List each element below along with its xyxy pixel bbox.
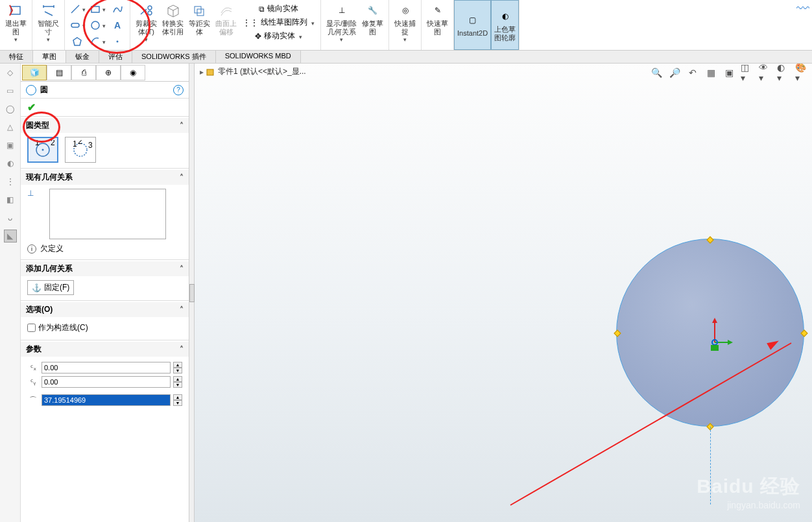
cy-icon: ᶜᵧ [27,377,39,386]
spline-tool[interactable] [108,1,127,17]
feat-ico-6[interactable]: ◐ [4,157,17,170]
crumb-arrow-icon: ▸ [200,67,204,77]
center-circle-option[interactable]: 12 [27,137,58,163]
perimeter-circle-option[interactable]: 123 [65,137,96,163]
arc-tool[interactable] [88,34,107,49]
fix-relation-button[interactable]: ⚓固定(F) [27,280,74,295]
circle-icon [26,85,36,95]
feat-ico-8[interactable]: ◧ [4,193,17,206]
snap-icon: ◎ [398,3,413,18]
pm-header: 圆 ? [21,82,189,99]
svg-rect-16 [207,69,213,75]
feat-ico-2[interactable]: ▭ [4,84,17,97]
polygon-tool[interactable] [67,34,87,49]
feat-ico-10[interactable]: ◣ [4,230,17,243]
convert-icon [165,3,181,18]
smart-dimension-button[interactable]: 智能尺 寸 ▾ [35,1,62,44]
instant2d-icon: ▢ [465,12,481,28]
snap-label: 快速捕 捉 [394,19,416,36]
ptab-config[interactable]: ⎙ [71,65,96,80]
tab-feature[interactable]: 特征 [0,51,33,63]
shaded-sketch-button[interactable]: ◐上色草 图轮廓 [491,0,519,50]
breadcrumb[interactable]: ▸ 零件1 (默认<<默认>_显... [200,66,306,77]
slot-tool[interactable] [67,18,87,33]
cy-input[interactable] [42,376,171,388]
section-existing-relations: 现有几何关系˄ ⊥ i 欠定义 [21,168,189,259]
watermark-line2: jingyan.baidu.com [697,500,800,510]
hide-show-icon[interactable]: 👁 ▾ [759,66,772,79]
graphics-area[interactable]: ▸ 零件1 (默认<<默认>_显... 🔍 🔎 ↶ ▦ ▣ ◫ ▾ 👁 ▾ ◐ … [195,64,812,522]
display-style-icon[interactable]: ◫ ▾ [741,66,754,79]
command-tabs: 特征 草图 钣金 评估 SOLIDWORKS 插件 SOLIDWORKS MBD [0,51,812,64]
collapse-icon[interactable]: ˄ [180,305,184,314]
mirror-button[interactable]: ⧉镜向实体 [242,3,315,15]
collapse-icon[interactable]: ˄ [180,345,184,354]
cy-spinner[interactable]: ▲▼ [173,376,182,388]
quick-snap-button[interactable]: ◎快速捕 捉▾ [392,1,418,44]
line-tool[interactable] [67,1,87,17]
ptab-dimxpert[interactable]: ⊕ [96,65,121,80]
appearance-icon[interactable]: 🎨 ▾ [795,66,808,79]
cx-spinner[interactable]: ▲▼ [173,362,182,374]
offset-icon [192,3,208,18]
collapse-icon[interactable]: ˄ [180,121,184,130]
panel-splitter[interactable] [189,64,195,522]
construction-checkbox[interactable] [27,324,36,332]
convert-button[interactable]: 转换实 体引用 [160,1,186,38]
feat-ico-4[interactable]: △ [4,121,17,134]
prev-view-icon[interactable]: ↶ [686,66,699,79]
linear-pattern-button[interactable]: ⋮⋮线性草图阵列 [242,16,315,29]
view-orient-icon[interactable]: ▣ [722,66,735,79]
dimension-icon [41,3,56,18]
collapse-icon[interactable]: ˄ [180,173,184,182]
scene-icon[interactable]: ◐ ▾ [777,66,790,79]
ptab-appearance[interactable]: ◉ [121,65,145,80]
trim-icon [139,3,154,18]
tab-sw-plugin[interactable]: SOLIDWORKS 插件 [132,51,216,63]
feat-ico-3[interactable]: ◯ [4,102,17,115]
move-button[interactable]: ✥移动实体 [242,30,315,42]
ok-button[interactable]: ✔ [27,102,36,113]
feat-ico-5[interactable]: ▣ [4,139,17,152]
svg-rect-6 [195,6,201,13]
shaded-icon: ◐ [497,8,513,24]
offset-button[interactable]: 等距实 体 [186,1,213,38]
sec-exist-rel-label: 现有几何关系 [26,172,73,183]
svg-rect-2 [71,23,79,27]
quick-sketch-button[interactable]: ✎快速草 图 [424,1,451,38]
radius-input[interactable] [42,394,171,406]
tab-sketch[interactable]: 草图 [33,51,66,63]
panel-tab-bar: 🧊 ▤ ⎙ ⊕ ◉ [21,64,189,82]
repair-sketch-button[interactable]: 🔧修复草 图 [359,1,386,38]
curve-offset-button[interactable]: 曲面上 偏移 [213,1,239,38]
cx-input[interactable] [42,362,171,374]
point-tool[interactable] [108,34,127,49]
feat-ico-7[interactable]: ⋮ [4,175,17,188]
swoosh-icon[interactable]: 〰 [796,1,809,16]
trim-button[interactable]: 剪裁实 体(T)▾ [133,1,160,44]
instant2d-button[interactable]: ▢Instant2D [454,0,491,50]
help-icon[interactable]: ? [173,85,184,95]
show-relations-button[interactable]: ⊥显示/删除 几何关系▾ [324,1,359,44]
radius-spinner[interactable]: ▲▼ [173,394,182,406]
zoom-area-icon[interactable]: 🔎 [668,66,681,79]
tab-sheetmetal[interactable]: 钣金 [66,51,99,63]
part-icon [206,67,215,77]
tab-evaluate[interactable]: 评估 [99,51,132,63]
sketch-tools-grid: A [67,1,127,49]
feat-ico-9[interactable]: ᴗ [4,211,17,224]
section-view-icon[interactable]: ▦ [704,66,717,79]
section-options: 选项(O)˄ 作为构造线(C) [21,300,189,340]
fix-label: 固定(F) [44,282,69,293]
ptab-property[interactable]: ▤ [47,65,71,80]
collapse-icon[interactable]: ˄ [180,265,184,274]
tab-sw-mbd[interactable]: SOLIDWORKS MBD [216,51,301,63]
text-tool[interactable]: A [108,18,127,33]
exit-sketch-button[interactable]: 退出草 图 ▾ [3,1,29,44]
zoom-fit-icon[interactable]: 🔍 [650,66,663,79]
circle-tool[interactable] [88,18,107,33]
feat-ico-1[interactable]: ◇ [4,66,17,79]
rectangle-tool[interactable] [88,1,107,17]
ptab-feature-tree[interactable]: 🧊 [22,65,47,80]
relations-list[interactable] [49,189,166,239]
